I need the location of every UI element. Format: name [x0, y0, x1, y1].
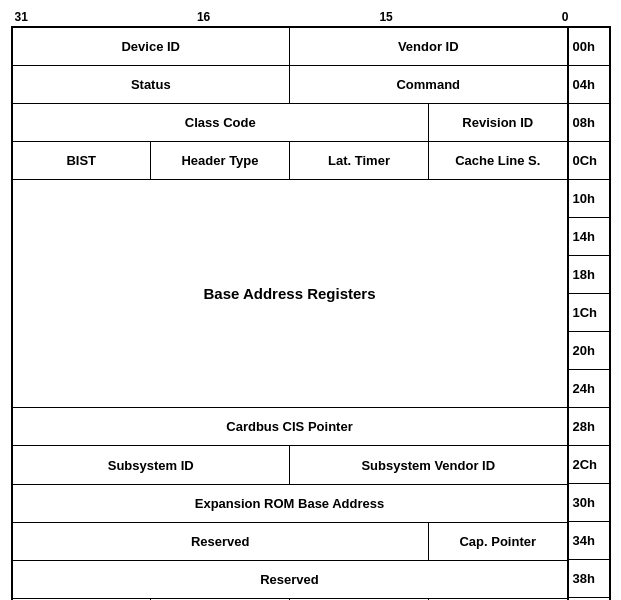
addr-18h: 18h: [569, 256, 609, 294]
table-row: Class Code Revision ID: [12, 104, 568, 142]
cap-pointer-cell: Cap. Pointer: [429, 522, 568, 560]
bit-0-label: 0: [562, 10, 569, 24]
device-id-cell: Device ID: [12, 27, 290, 66]
addr-30h: 30h: [569, 484, 609, 522]
address-column: 00h 04h 08h 0Ch 10h 14h 18h 1Ch 20h 24h …: [569, 26, 611, 600]
addr-20h: 20h: [569, 332, 609, 370]
table-row: Reserved: [12, 560, 568, 598]
header-type-cell: Header Type: [151, 142, 290, 180]
addr-24h: 24h: [569, 370, 609, 408]
addr-04h: 04h: [569, 66, 609, 104]
bar-row: Base Address Registers: [12, 180, 568, 408]
table-row: Subsystem ID Subsystem Vendor ID: [12, 446, 568, 484]
addr-34h: 34h: [569, 522, 609, 560]
lat-timer-cell: Lat. Timer: [290, 142, 429, 180]
addr-14h: 14h: [569, 218, 609, 256]
addr-00h: 00h: [569, 28, 609, 66]
addr-38h: 38h: [569, 560, 609, 598]
bist-cell: BIST: [12, 142, 151, 180]
addr-28h: 28h: [569, 408, 609, 446]
bar-cell: Base Address Registers: [12, 180, 568, 408]
bit-31-label: 31: [15, 10, 28, 24]
addr-08h: 08h: [569, 104, 609, 142]
class-code-cell: Class Code: [12, 104, 429, 142]
table-row: Status Command: [12, 66, 568, 104]
subsystem-vendor-cell: Subsystem Vendor ID: [290, 446, 568, 484]
table-row: Reserved Cap. Pointer: [12, 522, 568, 560]
command-cell: Command: [290, 66, 568, 104]
table-row: Cardbus CIS Pointer: [12, 408, 568, 446]
pci-config-space: 31 16 15 0 Device ID Vendor ID Status: [11, 10, 611, 600]
addr-2ch: 2Ch: [569, 446, 609, 484]
revision-id-cell: Revision ID: [429, 104, 568, 142]
bit-header: 31 16 15 0: [11, 10, 611, 26]
table-row: Expansion ROM Base Address: [12, 484, 568, 522]
reserved-2-cell: Reserved: [12, 560, 568, 598]
addr-10h: 10h: [569, 180, 609, 218]
addr-0ch: 0Ch: [569, 142, 609, 180]
vendor-id-cell: Vendor ID: [290, 27, 568, 66]
table-row: Device ID Vendor ID: [12, 27, 568, 66]
cardbus-cis-cell: Cardbus CIS Pointer: [12, 408, 568, 446]
bit-15-label: 15: [379, 10, 392, 24]
expansion-rom-cell: Expansion ROM Base Address: [12, 484, 568, 522]
pci-table: Device ID Vendor ID Status Command Class…: [11, 26, 569, 600]
subsystem-id-cell: Subsystem ID: [12, 446, 290, 484]
bit-16-label: 16: [197, 10, 210, 24]
table-container: Device ID Vendor ID Status Command Class…: [11, 26, 611, 600]
cache-line-cell: Cache Line S.: [429, 142, 568, 180]
table-row: BIST Header Type Lat. Timer Cache Line S…: [12, 142, 568, 180]
status-cell: Status: [12, 66, 290, 104]
addr-1ch: 1Ch: [569, 294, 609, 332]
reserved-1-cell: Reserved: [12, 522, 429, 560]
